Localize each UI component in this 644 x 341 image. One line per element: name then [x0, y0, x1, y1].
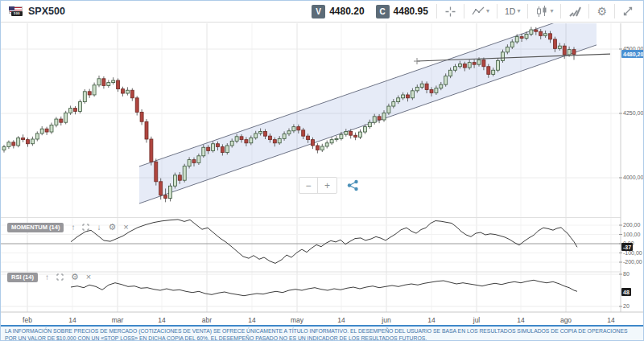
chevron-down-icon: ▾ — [550, 8, 553, 14]
candle — [325, 143, 328, 146]
candle — [178, 175, 181, 180]
candle — [535, 30, 538, 31]
candle — [544, 34, 547, 36]
toolbar-tools: V 4480.20 C 4480.95 ▾ 1D ▾ — [306, 1, 643, 22]
candle — [363, 127, 366, 132]
candle — [292, 127, 295, 131]
momentum-move-up-icon[interactable]: ↑ — [71, 224, 75, 232]
rsi-line — [71, 280, 577, 295]
interval-selector[interactable]: 1D ▾ — [500, 6, 525, 16]
candle — [117, 80, 120, 89]
candle — [392, 102, 395, 106]
candle — [221, 147, 224, 153]
candle — [506, 47, 509, 51]
fullscreen-expand-icon — [622, 6, 634, 17]
price-chart-canvas[interactable] — [1, 1, 644, 341]
momentum-close-icon[interactable]: × — [123, 223, 128, 232]
symbol-title: SPX500 — [28, 6, 65, 17]
zoom-out-button[interactable]: − — [299, 178, 318, 193]
candle — [130, 90, 134, 98]
candle — [50, 125, 53, 132]
candle — [122, 89, 125, 93]
candle — [145, 121, 148, 139]
candle — [420, 84, 423, 87]
trading-chart-widget: 500 SPX500 V 4480.20 C 4480.95 ▾ — [0, 0, 644, 341]
candle — [230, 142, 233, 146]
settings-button[interactable]: ⚙ — [592, 6, 612, 17]
instrument-header: 500 SPX500 — [1, 6, 65, 17]
candle — [225, 146, 229, 153]
candle — [387, 106, 390, 113]
candle — [415, 87, 419, 90]
candle-style-button[interactable]: ▾ — [530, 6, 558, 18]
candle — [212, 144, 215, 151]
share-button[interactable] — [347, 179, 359, 191]
momentum-expand-icon[interactable] — [82, 224, 89, 231]
candle — [35, 134, 39, 139]
crosshair-icon — [444, 6, 456, 18]
sell-v-icon[interactable]: V — [312, 5, 325, 18]
fullscreen-button[interactable] — [617, 6, 638, 17]
flag-500-badge: 500 — [11, 11, 23, 16]
candle — [283, 134, 286, 139]
momentum-move-down-icon[interactable]: ↓ — [97, 224, 101, 232]
candle — [40, 129, 43, 134]
candle — [335, 138, 338, 139]
rsi-settings-gear-icon[interactable]: ⚙ — [71, 273, 79, 281]
rsi-move-up-icon[interactable]: ↑ — [45, 273, 49, 281]
candle — [164, 195, 167, 199]
candle — [183, 166, 186, 181]
candle — [22, 138, 25, 139]
candle — [250, 138, 253, 142]
candle — [425, 84, 428, 89]
candle — [307, 136, 310, 139]
crosshair-tool-button[interactable] — [440, 6, 461, 18]
zoom-in-button[interactable]: + — [318, 178, 336, 193]
rsi-close-icon[interactable]: × — [86, 273, 91, 281]
candle — [88, 92, 91, 95]
signals-button[interactable] — [564, 6, 586, 17]
candle — [340, 134, 343, 138]
chart-type-button[interactable]: ▾ — [467, 6, 494, 17]
signals-icon — [568, 6, 581, 17]
candle — [273, 140, 276, 143]
rsi-label: RSI (14) — [7, 273, 38, 282]
zoom-controls: − + — [299, 177, 359, 194]
candle — [83, 92, 86, 102]
buy-button[interactable]: C 4480.95 — [370, 5, 434, 18]
candle — [159, 182, 163, 195]
candle — [510, 42, 514, 47]
candle — [502, 52, 505, 61]
candle — [202, 147, 205, 156]
candle — [563, 46, 566, 55]
candle — [397, 98, 400, 102]
candle — [320, 146, 324, 150]
candle — [458, 64, 461, 67]
candle — [449, 70, 452, 76]
candle — [192, 160, 196, 163]
candle — [468, 63, 471, 68]
candle — [69, 109, 72, 113]
candle — [525, 34, 528, 38]
candle — [440, 84, 443, 88]
candle — [520, 37, 523, 39]
candle — [411, 91, 414, 98]
candle — [454, 67, 457, 70]
buy-c-icon[interactable]: C — [376, 5, 390, 18]
candle — [278, 138, 281, 142]
candle — [2, 147, 6, 150]
momentum-settings-gear-icon[interactable]: ⚙ — [108, 223, 116, 232]
chart-type-line-icon — [472, 6, 485, 17]
candle — [530, 30, 533, 34]
candle — [155, 162, 158, 182]
sell-button[interactable]: V 4480.20 — [306, 5, 369, 18]
candlestick-style-icon — [535, 6, 548, 18]
candle — [55, 119, 58, 125]
rsi-value-badge: 48 — [621, 288, 631, 296]
candle — [207, 147, 210, 150]
rsi-expand-icon[interactable] — [56, 273, 64, 281]
interval-value: 1D — [505, 6, 515, 16]
candle — [254, 134, 258, 138]
candle — [492, 70, 495, 74]
sell-price: 4480.20 — [329, 6, 364, 17]
